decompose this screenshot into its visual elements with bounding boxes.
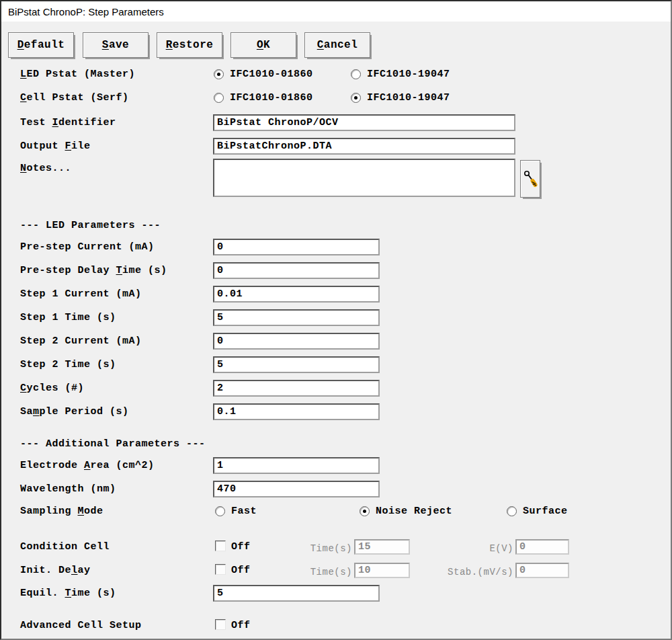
ok-button[interactable]: OK [230,32,296,58]
pen-icon [523,168,538,190]
advanced-cell-setup-label: Advanced Cell Setup [20,620,142,632]
cell-pstat-radio-01860[interactable] [214,93,224,103]
step2-current-label: Step 2 Current (mA) [20,335,142,348]
init-delay-time-label: Time(s) [297,567,352,577]
cancel-button[interactable]: Cancel [304,32,370,58]
cycles-input[interactable] [213,380,380,397]
sample-period-input[interactable] [213,403,380,420]
led-pstat-radio-01860-label[interactable]: IFC1010-01860 [230,69,313,80]
wavelength-input[interactable] [213,481,380,497]
advanced-cell-setup-checkbox[interactable] [215,619,226,630]
condition-ev-input [515,539,569,555]
restore-button[interactable]: Restore [157,32,222,58]
cell-pstat-radio-19047[interactable] [351,93,361,103]
init-delay-stab-label: Stab.(mV/s) [425,567,513,577]
equil-time-input[interactable] [213,585,380,602]
notes-edit-button[interactable] [520,160,540,198]
wavelength-label: Wavelength (nm) [20,483,116,495]
test-identifier-label: Test Identifier [20,117,116,129]
additional-parameters-heading: --- Additional Parameters --- [20,438,206,450]
step2-current-input[interactable] [213,333,380,350]
condition-cell-label: Condition Cell [20,541,110,553]
sample-period-label: Sample Period (s) [20,406,129,418]
sampling-mode-label: Sampling Mode [20,506,103,518]
sampling-fast-label[interactable]: Fast [231,506,257,517]
equil-time-label: Equil. Time (s) [20,588,116,600]
led-pstat-radio-19047[interactable] [351,69,361,79]
test-identifier-input[interactable] [213,114,515,131]
cell-pstat-label: Cell Pstat (Serf) [20,92,129,104]
cell-pstat-radio-19047-label[interactable]: IFC1010-19047 [367,92,450,104]
pre-step-current-input[interactable] [213,239,380,255]
sampling-noise-reject-label[interactable]: Noise Reject [376,506,452,517]
step1-time-input[interactable] [213,309,380,326]
init-delay-checkbox[interactable] [215,564,226,575]
step2-time-label: Step 2 Time (s) [20,359,116,371]
cycles-label: Cycles (#) [20,383,84,395]
condition-cell-checkbox[interactable] [215,541,226,551]
sampling-surface-radio[interactable] [507,506,517,516]
pre-step-delay-time-input[interactable] [213,262,380,279]
led-parameters-heading: --- LED Parameters --- [20,220,161,231]
electrode-area-input[interactable] [213,457,380,474]
sampling-surface-label[interactable]: Surface [523,506,568,517]
init-delay-off-label[interactable]: Off [231,565,251,576]
init-delay-label: Init. Delay [20,565,91,577]
condition-ev-label: E(V) [425,543,513,554]
condition-time-input [354,539,410,555]
notes-textarea[interactable] [213,159,515,197]
title-bar: BiPstat ChronoP: Step Parameters [1,1,671,22]
output-file-label: Output File [20,141,91,153]
sampling-noise-reject-radio[interactable] [360,506,370,516]
pre-step-current-label: Pre-step Current (mA) [20,241,155,253]
dialog-title: BiPstat ChronoP: Step Parameters [8,6,164,17]
init-delay-time-input [354,563,410,578]
cell-pstat-radio-01860-label[interactable]: IFC1010-01860 [230,92,313,104]
save-button[interactable]: Save [83,32,149,58]
step1-current-label: Step 1 Current (mA) [20,288,142,301]
init-delay-stab-input [515,563,569,578]
led-pstat-radio-01860[interactable] [214,69,224,79]
notes-label: Notes... [20,163,71,175]
advanced-cell-setup-off-label[interactable]: Off [231,620,251,631]
step1-time-label: Step 1 Time (s) [20,312,116,324]
electrode-area-label: Electrode Area (cm^2) [20,460,155,472]
led-pstat-radio-19047-label[interactable]: IFC1010-19047 [367,69,450,80]
condition-cell-off-label[interactable]: Off [231,541,251,553]
condition-time-label: Time(s) [297,543,352,554]
pre-step-delay-time-label: Pre-step Delay Time (s) [20,265,167,277]
step1-current-input[interactable] [213,286,380,303]
sampling-fast-radio[interactable] [215,506,225,516]
step-parameters-dialog: BiPstat ChronoP: Step Parameters Default… [0,0,672,640]
output-file-input[interactable] [213,138,515,155]
default-button[interactable]: Default [8,32,74,58]
step2-time-input[interactable] [213,356,380,373]
led-pstat-label: LED Pstat (Master) [20,69,135,81]
